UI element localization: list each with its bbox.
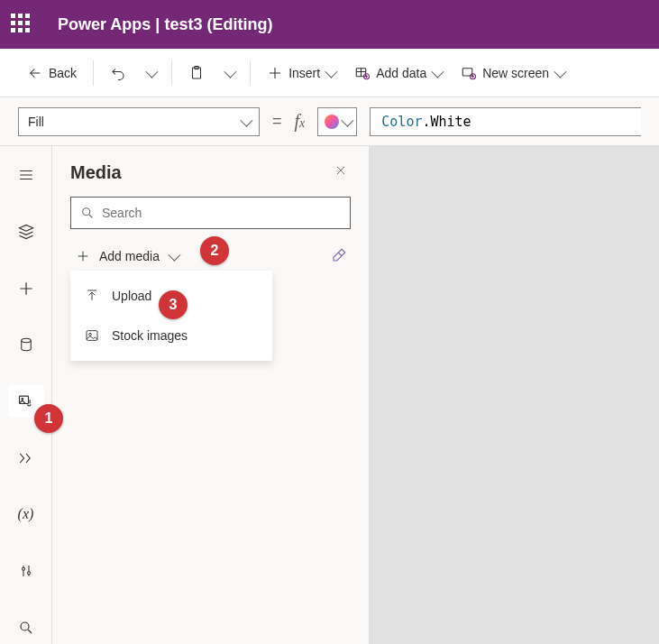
divider bbox=[93, 60, 94, 86]
rail-tree[interactable] bbox=[8, 216, 44, 249]
formula-token-type: Color bbox=[381, 114, 422, 130]
property-dropdown[interactable]: Fill bbox=[18, 107, 260, 136]
chevron-down-icon bbox=[554, 65, 566, 78]
svg-point-14 bbox=[89, 333, 92, 336]
svg-point-8 bbox=[22, 399, 23, 400]
chevron-down-icon bbox=[224, 65, 236, 78]
chevron-down-icon bbox=[341, 114, 353, 126]
app-title: Power Apps | test3 (Editing) bbox=[58, 15, 272, 34]
upload-label: Upload bbox=[112, 289, 151, 303]
undo-button[interactable] bbox=[101, 57, 135, 89]
add-data-button[interactable]: Add data bbox=[345, 57, 450, 89]
eraser-button[interactable] bbox=[327, 244, 351, 270]
paste-dropdown[interactable] bbox=[215, 57, 243, 89]
divider bbox=[171, 60, 172, 86]
chevron-down-icon bbox=[325, 65, 337, 78]
rail-hamburger[interactable] bbox=[8, 159, 44, 192]
dropdown-item-stock[interactable]: Stock images bbox=[70, 316, 272, 355]
svg-point-11 bbox=[21, 622, 29, 630]
screen-icon bbox=[461, 65, 477, 81]
add-media-button[interactable]: Add media bbox=[70, 240, 183, 272]
plus-icon bbox=[76, 249, 90, 263]
back-button[interactable]: Back bbox=[18, 57, 86, 89]
arrow-left-icon bbox=[27, 65, 43, 81]
back-label: Back bbox=[49, 66, 77, 80]
waffle-icon[interactable] bbox=[11, 14, 32, 35]
insert-label: Insert bbox=[288, 66, 320, 80]
formula-token-dot: . bbox=[422, 114, 430, 130]
search-box[interactable] bbox=[70, 197, 351, 229]
chevron-down-icon bbox=[432, 65, 444, 78]
rail-data[interactable] bbox=[8, 328, 44, 362]
upload-icon bbox=[85, 289, 99, 303]
close-button[interactable] bbox=[331, 161, 351, 184]
rail-search[interactable] bbox=[8, 611, 44, 644]
annotation-badge-3: 3 bbox=[159, 290, 188, 319]
svg-point-9 bbox=[22, 567, 24, 570]
copilot-icon bbox=[325, 115, 339, 129]
rail-insert[interactable] bbox=[8, 271, 44, 305]
new-screen-button[interactable]: New screen bbox=[452, 57, 572, 89]
image-icon bbox=[85, 328, 99, 343]
add-media-label: Add media bbox=[99, 249, 160, 263]
svg-point-6 bbox=[21, 339, 31, 344]
property-label: Fill bbox=[28, 115, 44, 129]
panel-title: Media bbox=[70, 162, 122, 183]
copilot-button[interactable] bbox=[317, 107, 357, 136]
rail-tools[interactable] bbox=[8, 555, 44, 588]
plus-icon bbox=[267, 65, 283, 81]
divider bbox=[250, 60, 251, 86]
app-header: Power Apps | test3 (Editing) bbox=[0, 0, 659, 49]
clipboard-icon bbox=[188, 65, 205, 81]
formula-input[interactable]: Color.White bbox=[370, 107, 641, 136]
command-bar: Back Insert Add data New screen bbox=[0, 49, 659, 97]
data-icon bbox=[354, 65, 371, 81]
annotation-badge-1: 1 bbox=[34, 404, 63, 433]
new-screen-label: New screen bbox=[482, 66, 549, 80]
chevron-down-icon bbox=[145, 65, 158, 78]
add-data-label: Add data bbox=[376, 66, 426, 80]
main-area: (x) Media Add media bbox=[0, 146, 659, 644]
chevron-down-icon bbox=[168, 249, 180, 262]
formula-bar: Fill = fx Color.White bbox=[0, 97, 659, 146]
undo-dropdown[interactable] bbox=[137, 57, 164, 89]
left-rail: (x) bbox=[0, 146, 52, 644]
search-input[interactable] bbox=[102, 206, 341, 220]
stock-label: Stock images bbox=[112, 328, 188, 343]
svg-point-10 bbox=[27, 572, 30, 575]
formula-token-value: White bbox=[430, 114, 471, 130]
undo-icon bbox=[110, 65, 126, 81]
svg-point-12 bbox=[83, 208, 90, 216]
rail-variables[interactable]: (x) bbox=[8, 498, 44, 531]
chevron-down-icon bbox=[240, 114, 252, 126]
equals-sign: = bbox=[272, 112, 282, 131]
insert-button[interactable]: Insert bbox=[258, 57, 343, 89]
paste-button[interactable] bbox=[179, 57, 214, 89]
rail-flows[interactable] bbox=[8, 441, 44, 474]
fx-icon: fx bbox=[295, 111, 306, 132]
annotation-badge-2: 2 bbox=[200, 236, 229, 265]
search-icon bbox=[80, 206, 95, 220]
svg-rect-13 bbox=[87, 331, 97, 341]
canvas[interactable] bbox=[370, 146, 659, 644]
media-panel: Media Add media bbox=[52, 146, 370, 644]
